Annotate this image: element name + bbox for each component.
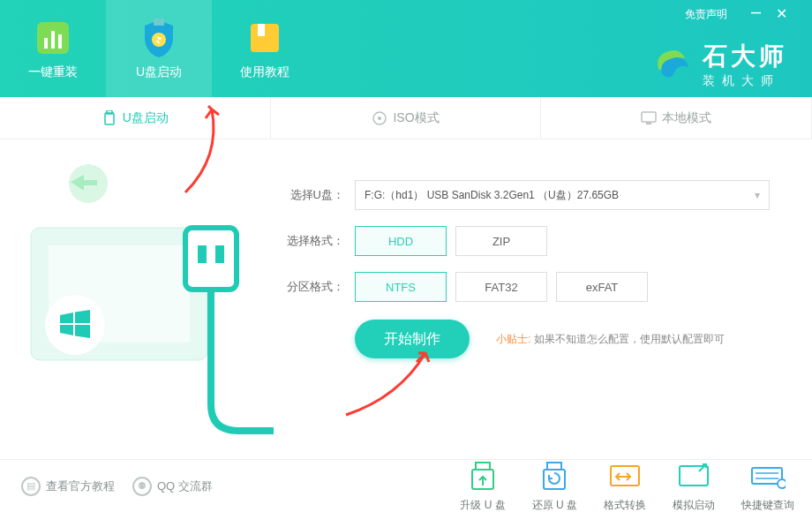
tip-label: 小贴士: (496, 333, 530, 345)
tab-tutorial[interactable]: 使用教程 (212, 0, 318, 97)
tool-label: 还原 U 盘 (532, 498, 577, 512)
usb-select-value: F:G:（hd1） USB SanDisk 3.2Gen1 （U盘）27.65G… (365, 188, 619, 203)
brand-subtitle: 装机大师 (703, 73, 787, 89)
tab-label: 使用教程 (240, 64, 289, 80)
brand-title: 石大师 (703, 40, 787, 73)
tool-label: 格式转换 (604, 498, 646, 512)
tool-restore-usb[interactable]: 还原 U 盘 (532, 459, 577, 512)
usb-upgrade-icon (465, 459, 500, 494)
svg-rect-20 (215, 245, 224, 263)
subtab-local-mode[interactable]: 本地模式 (541, 97, 812, 139)
svg-rect-3 (58, 34, 62, 49)
keyboard-search-icon (750, 459, 786, 494)
partition-option-ntfs[interactable]: NTFS (355, 272, 447, 302)
partition-label: 分区格式： (274, 279, 344, 295)
minimize-button[interactable]: – (751, 2, 761, 22)
svg-rect-12 (642, 112, 656, 122)
footer: ▤ 查看官方教程 ⚉ QQ 交流群 升级 U 盘 还原 U 盘 格式转换 (0, 459, 812, 512)
tab-label: U盘启动 (136, 64, 182, 80)
subtab-label: U盘启动 (123, 110, 169, 126)
brand-logo-icon (650, 42, 694, 87)
usb-select-label: 选择U盘： (274, 187, 344, 203)
disclaimer-link[interactable]: 免责声明 (685, 7, 727, 22)
svg-rect-2 (51, 31, 55, 49)
footer-link-label: 查看官方教程 (46, 478, 115, 494)
bar-chart-icon (32, 17, 74, 59)
svg-point-30 (778, 479, 786, 488)
svg-point-5 (152, 33, 166, 47)
tool-label: 快捷键查询 (741, 498, 794, 512)
partition-option-fat32[interactable]: FAT32 (455, 272, 547, 302)
tool-label: 模拟启动 (673, 498, 715, 512)
svg-rect-13 (646, 123, 651, 124)
sub-tabs: U盘启动 ISO模式 本地模式 (0, 97, 812, 139)
book-icon (244, 17, 286, 59)
usb-icon (102, 110, 117, 126)
svg-rect-8 (105, 113, 114, 124)
close-button[interactable]: ✕ (776, 5, 787, 22)
footer-link-label: QQ 交流群 (157, 478, 213, 494)
format-option-zip[interactable]: ZIP (455, 226, 547, 256)
tool-hotkey-lookup[interactable]: 快捷键查询 (741, 459, 794, 512)
simulate-icon (676, 459, 711, 494)
tool-simulate-boot[interactable]: 模拟启动 (673, 459, 715, 512)
tab-label: 一键重装 (28, 64, 78, 80)
svg-rect-23 (547, 463, 561, 470)
footer-link-qq-group[interactable]: ⚉ QQ 交流群 (132, 477, 213, 496)
usb-shield-icon (138, 17, 180, 59)
svg-rect-9 (107, 110, 112, 114)
usb-restore-icon (537, 459, 572, 494)
tip-text-block: 小贴士:如果不知道怎么配置，使用默认配置即可 (496, 332, 725, 347)
svg-rect-18 (185, 228, 237, 290)
convert-icon (607, 459, 643, 494)
usb-select[interactable]: F:G:（hd1） USB SanDisk 3.2Gen1 （U盘）27.65G… (355, 180, 770, 210)
svg-rect-1 (44, 38, 48, 49)
tool-upgrade-usb[interactable]: 升级 U 盘 (460, 459, 505, 512)
tool-label: 升级 U 盘 (460, 498, 505, 512)
tab-usb-boot[interactable]: U盘启动 (106, 0, 212, 97)
main-content: 选择U盘： F:G:（hd1） USB SanDisk 3.2Gen1 （U盘）… (0, 139, 812, 459)
partition-option-exfat[interactable]: exFAT (556, 272, 648, 302)
monitor-icon (641, 110, 657, 126)
svg-rect-4 (154, 19, 164, 26)
start-button[interactable]: 开始制作 (355, 320, 470, 358)
header-tabs: 一键重装 U盘启动 使用教程 (0, 0, 318, 97)
svg-point-11 (378, 117, 381, 120)
footer-link-tutorial[interactable]: ▤ 查看官方教程 (21, 477, 115, 496)
svg-rect-26 (680, 466, 708, 486)
people-icon: ⚉ (132, 477, 152, 496)
subtab-iso-mode[interactable]: ISO模式 (271, 97, 542, 139)
subtab-label: 本地模式 (662, 110, 711, 126)
format-label: 选择格式： (274, 233, 344, 249)
svg-rect-19 (198, 245, 207, 263)
brand: 石大师 装机大师 (650, 40, 787, 89)
tab-one-click-reinstall[interactable]: 一键重装 (0, 0, 106, 97)
illustration (0, 139, 274, 459)
subtab-usb-boot[interactable]: U盘启动 (0, 97, 271, 139)
iso-icon (372, 110, 387, 126)
subtab-label: ISO模式 (393, 110, 439, 126)
tool-format-convert[interactable]: 格式转换 (604, 459, 646, 512)
header: 一键重装 U盘启动 使用教程 免责声明 – ✕ 石大师 装机大师 (0, 0, 812, 97)
format-option-hdd[interactable]: HDD (355, 226, 447, 256)
svg-rect-21 (476, 463, 490, 470)
tip-text: 如果不知道怎么配置，使用默认配置即可 (534, 333, 725, 345)
form-area: 选择U盘： F:G:（hd1） USB SanDisk 3.2Gen1 （U盘）… (274, 139, 812, 459)
chevron-down-icon: ▾ (755, 189, 760, 201)
book-open-icon: ▤ (21, 477, 41, 496)
